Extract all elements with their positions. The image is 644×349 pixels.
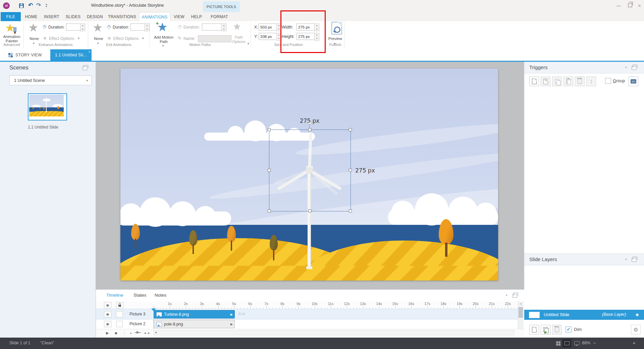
x-input[interactable]	[259, 23, 277, 31]
triggers-collapse-caret-icon[interactable]: ▾	[625, 66, 627, 69]
timeline-ruler[interactable]: 1s2s3s4s5s6s7s8s9s10s11s12s13s14s15s16s1…	[154, 301, 518, 309]
timeline-zoom-slider[interactable]	[135, 332, 141, 333]
timeline-row-picture-3[interactable]: ◉ Picture 3 Turbine-8.png ▶ End	[96, 309, 524, 319]
animation-painter-button[interactable]: Animation Painter	[0, 35, 23, 43]
timeline-row-picture-2[interactable]: ◉ Picture 2 pole-8.png ▶	[96, 319, 524, 329]
motion-duration-input[interactable]	[202, 23, 222, 31]
width-input[interactable]	[297, 23, 315, 31]
delete-trigger-button[interactable]	[575, 77, 585, 86]
selection-handle-s[interactable]	[308, 209, 311, 212]
selection-handle-ne[interactable]	[349, 128, 352, 131]
height-input[interactable]	[297, 33, 315, 40]
preview-button[interactable]: Preview	[326, 37, 344, 41]
story-view-mode-icon[interactable]	[556, 341, 560, 346]
height-spinner[interactable]: ▲▼	[314, 33, 319, 41]
copy-trigger-button[interactable]	[552, 77, 562, 86]
bar-expand-arrow-icon[interactable]: ▶	[230, 313, 233, 316]
entrance-none-button[interactable]: None	[26, 37, 42, 41]
show-hide-all-eye-icon[interactable]: ◉	[104, 302, 111, 308]
row-eye-icon[interactable]: ◉	[104, 311, 111, 317]
tab-timeline[interactable]: Timeline	[106, 293, 123, 298]
tab-home[interactable]: HOME	[22, 12, 40, 21]
slide-view-mode-button[interactable]	[562, 339, 571, 347]
zoom-in-timeline-icon[interactable]: ▲▲	[144, 331, 150, 335]
layer-visibility-eye-icon[interactable]: ◉	[636, 312, 639, 317]
selection-handle-n[interactable]	[308, 128, 311, 131]
entrance-duration-spinner[interactable]: ▲▼	[80, 23, 85, 31]
triggers-float-icon[interactable]	[632, 66, 636, 70]
timeline-bar-turbine[interactable]: Turbine-8.png ▶	[154, 310, 235, 318]
float-panel-icon[interactable]	[83, 66, 87, 70]
y-input[interactable]	[259, 33, 277, 40]
tab-format[interactable]: FORMAT	[207, 12, 231, 21]
y-spinner[interactable]: ▲▼	[276, 33, 281, 41]
tab-design[interactable]: DESIGN	[85, 12, 105, 21]
tab-slide-1-1[interactable]: 1.1 Untitled Sli... ×	[50, 49, 92, 61]
tab-transitions[interactable]: TRANSITIONS	[107, 12, 138, 21]
scrollbar-thumb[interactable]	[519, 307, 523, 318]
paste-trigger-button[interactable]	[564, 77, 573, 86]
vertical-scrollbar[interactable]: ▲	[518, 301, 524, 329]
play-icon[interactable]: ▶	[106, 331, 109, 335]
new-trigger-button[interactable]	[529, 77, 539, 86]
motion-duration-spinner[interactable]: ▲▼	[221, 23, 226, 31]
minimize-icon[interactable]	[616, 6, 621, 6]
group-checkbox[interactable]	[605, 78, 611, 84]
selection-box[interactable]	[269, 130, 351, 211]
selection-handle-sw[interactable]	[268, 209, 271, 212]
delete-layer-button[interactable]	[552, 325, 562, 335]
horizontal-scrollbar[interactable]: ◀	[154, 330, 514, 335]
exit-none-button[interactable]: None	[91, 37, 107, 41]
playhead[interactable]	[151, 308, 156, 314]
tab-states[interactable]: States	[133, 293, 146, 298]
slide[interactable]: 275 px 275 px	[120, 68, 498, 281]
selection-handle-nw[interactable]	[268, 128, 271, 131]
base-layer-row[interactable]: Untitled Slide (Base Layer) ◉	[524, 310, 644, 320]
tab-slides[interactable]: SLIDES	[63, 12, 83, 21]
entrance-duration-input[interactable]	[66, 23, 81, 31]
duplicate-layer-button[interactable]	[541, 325, 550, 335]
layer-settings-button[interactable]: ⚙	[631, 325, 641, 335]
row-eye-icon[interactable]: ◉	[104, 321, 111, 327]
row-lock-checkbox[interactable]	[116, 311, 123, 317]
close-window-icon[interactable]: ×	[638, 3, 641, 8]
exit-duration-input[interactable]	[130, 23, 145, 31]
timeline-collapse-caret-icon[interactable]: ▾	[506, 294, 507, 297]
exit-duration-spinner[interactable]: ▲▼	[145, 23, 150, 31]
tab-file[interactable]: FILE	[1, 12, 21, 21]
stop-icon[interactable]: ■	[115, 331, 117, 336]
selection-handle-e[interactable]	[349, 169, 352, 172]
close-slide-tab-icon[interactable]: ×	[88, 50, 91, 54]
row-lock-checkbox[interactable]	[116, 321, 123, 327]
exit-effect-options-button[interactable]: Effect Options	[113, 36, 139, 41]
preview-mode-icon[interactable]	[574, 341, 580, 345]
reorder-trigger-button[interactable]: ▲▼	[586, 77, 596, 86]
dim-checkbox[interactable]	[566, 327, 572, 333]
slide-layers-float-icon[interactable]	[632, 258, 636, 262]
edit-trigger-button[interactable]	[541, 77, 550, 86]
timeline-bar-pole[interactable]: pole-8.png ▶	[154, 320, 235, 328]
tab-story-view[interactable]: STORY VIEW	[8, 49, 42, 61]
timeline-float-icon[interactable]	[513, 294, 517, 298]
bar-expand-arrow-icon[interactable]: ▶	[230, 322, 233, 326]
motion-name-input[interactable]	[198, 35, 231, 42]
scene-selector-dropdown[interactable]: 1 Untitled Scene ▾	[9, 76, 92, 85]
new-layer-button[interactable]	[529, 325, 539, 335]
variables-button[interactable]: (x)	[629, 77, 638, 86]
x-spinner[interactable]: ▲▼	[276, 23, 281, 31]
lock-all-icon[interactable]	[116, 302, 123, 308]
selection-handle-se[interactable]	[349, 209, 352, 212]
zoom-out-timeline-icon[interactable]: ▲	[129, 332, 132, 335]
slide-thumbnail[interactable]	[28, 93, 67, 120]
tab-insert[interactable]: INSERT	[42, 12, 62, 21]
entrance-effect-options-button[interactable]: Effect Options	[49, 36, 74, 41]
tab-help[interactable]: HELP	[189, 12, 205, 21]
tab-view[interactable]: VIEW	[171, 12, 187, 21]
tab-notes[interactable]: Notes	[155, 293, 166, 298]
zoom-in-icon[interactable]: +	[633, 340, 636, 346]
slide-layers-collapse-caret-icon[interactable]: ▾	[625, 258, 627, 261]
zoom-out-icon[interactable]: −	[593, 340, 596, 346]
scroll-left-arrow-icon[interactable]: ◀	[155, 331, 157, 334]
restore-icon[interactable]	[628, 3, 632, 7]
selection-handle-w[interactable]	[268, 169, 271, 172]
